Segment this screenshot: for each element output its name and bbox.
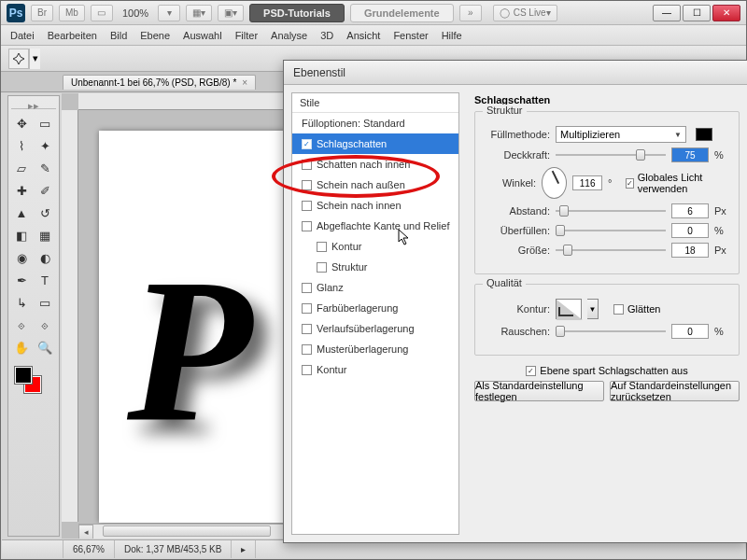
window-close-button[interactable]: ✕ (712, 5, 740, 21)
shape-tool-icon[interactable]: ▭ (35, 292, 55, 313)
document-tab[interactable]: Unbenannt-1 bei 66,7% (PSD, RGB/8) * × (63, 75, 256, 90)
blur-tool-icon[interactable]: ◉ (11, 247, 32, 268)
status-zoom[interactable]: 66,67% (63, 540, 115, 558)
scroll-thumb[interactable] (103, 525, 271, 537)
history-brush-tool-icon[interactable]: ↺ (35, 203, 55, 223)
workspace-tutorials[interactable]: PSD-Tutorials (249, 4, 345, 22)
bridge-icon[interactable]: Br (31, 5, 53, 21)
menu-ebene[interactable]: Ebene (140, 30, 170, 41)
menu-ansicht[interactable]: Ansicht (346, 30, 380, 41)
marquee-tool-icon[interactable]: ▭ (35, 113, 55, 133)
3d-tool-icon[interactable]: ⟐ (11, 315, 32, 335)
status-arrow-icon[interactable]: ▸ (232, 540, 256, 558)
distance-value[interactable]: 6 (671, 203, 709, 218)
style-checkbox[interactable] (302, 344, 312, 355)
zoom-dropdown[interactable]: ▾ (158, 5, 180, 21)
menu-analyse[interactable]: Analyse (271, 30, 307, 41)
lasso-tool-icon[interactable]: ⌇ (11, 135, 32, 156)
window-maximize-button[interactable]: ☐ (683, 5, 711, 21)
brush-tool-icon[interactable]: ✐ (35, 180, 55, 201)
tool-preset-dropdown[interactable]: ▾ (29, 49, 40, 69)
path-tool-icon[interactable]: ↳ (11, 292, 32, 313)
style-item-11[interactable]: Musterüberlagerung (292, 339, 458, 359)
move-tool-icon[interactable]: ✥ (11, 113, 32, 133)
cslive-button[interactable]: ◯ CS Live ▾ (493, 5, 557, 21)
viewmode-icon[interactable]: ▭ (91, 5, 113, 21)
style-checkbox[interactable] (302, 365, 312, 375)
antialias-checkbox[interactable]: Glätten (613, 303, 660, 315)
eraser-tool-icon[interactable]: ◧ (11, 225, 32, 245)
noise-slider[interactable] (556, 325, 666, 338)
pen-tool-icon[interactable]: ✒ (11, 270, 32, 290)
shadow-color-swatch[interactable] (696, 128, 712, 141)
style-item-4[interactable]: Schein nach innen (292, 195, 458, 216)
contour-picker[interactable] (556, 299, 582, 319)
dialog-title[interactable]: Ebenenstil (284, 61, 747, 85)
style-item-5[interactable]: Abgeflachte Kante und Relief (292, 216, 458, 236)
angle-value[interactable]: 116 (572, 175, 602, 190)
make-default-button[interactable]: Als Standardeinstellung festlegen (474, 381, 604, 401)
style-item-8[interactable]: Glanz (292, 277, 458, 298)
style-checkbox[interactable] (302, 303, 312, 314)
status-docinfo[interactable]: Dok: 1,37 MB/453,5 KB (115, 540, 233, 558)
contour-dropdown[interactable]: ▼ (587, 299, 599, 319)
heal-tool-icon[interactable]: ✚ (11, 180, 32, 201)
zoom-level[interactable]: 100% (119, 7, 152, 19)
dodge-tool-icon[interactable]: ◐ (35, 247, 55, 268)
style-checkbox[interactable] (302, 221, 312, 231)
style-item-9[interactable]: Farbüberlagerung (292, 298, 458, 318)
zoom-tool-icon[interactable]: 🔍 (35, 337, 55, 357)
menu-auswahl[interactable]: Auswahl (183, 30, 222, 41)
style-item-7[interactable]: Struktur (292, 257, 458, 277)
style-checkbox[interactable] (317, 262, 327, 273)
style-checkbox[interactable] (302, 201, 312, 211)
color-swatches[interactable] (11, 365, 56, 399)
size-slider[interactable] (556, 244, 666, 257)
style-item-6[interactable]: Kontur (292, 236, 458, 257)
style-checkbox[interactable] (302, 324, 312, 334)
minibridge-icon[interactable]: Mb (59, 5, 85, 21)
style-checkbox[interactable] (302, 160, 312, 170)
workspace-grundelemente[interactable]: Grundelemente (350, 4, 454, 22)
menu-filter[interactable]: Filter (235, 30, 258, 41)
arrange-icon[interactable]: ▦▾ (186, 5, 212, 21)
style-checkbox[interactable] (302, 180, 312, 190)
angle-dial[interactable] (542, 167, 567, 199)
window-minimize-button[interactable]: — (653, 5, 681, 21)
3dcam-tool-icon[interactable]: ⟐ (35, 315, 55, 335)
hand-tool-icon[interactable]: ✋ (11, 337, 32, 357)
style-item-1[interactable]: ✓Schlagschatten (292, 133, 458, 154)
style-checkbox[interactable] (302, 283, 312, 293)
menu-fenster[interactable]: Fenster (393, 30, 428, 41)
knockout-checkbox[interactable]: ✓Ebene spart Schlagschatten aus (526, 365, 687, 376)
opacity-slider[interactable] (556, 148, 666, 161)
blendmode-combo[interactable]: Multiplizieren▼ (556, 126, 686, 143)
stamp-tool-icon[interactable]: ▲ (11, 203, 32, 223)
screenmode-icon[interactable]: ▣▾ (218, 5, 244, 21)
workspace-more[interactable]: » (459, 5, 482, 21)
fg-color-swatch[interactable] (15, 367, 32, 384)
menu-3d[interactable]: 3D (320, 30, 333, 41)
style-item-0[interactable]: Fülloptionen: Standard (292, 113, 458, 133)
style-item-2[interactable]: Schatten nach innen (292, 154, 458, 175)
crop-tool-icon[interactable]: ▱ (11, 158, 32, 178)
spread-slider[interactable] (556, 224, 666, 237)
size-value[interactable]: 18 (671, 243, 709, 258)
distance-slider[interactable] (556, 204, 666, 217)
opacity-value[interactable]: 75 (671, 147, 709, 162)
global-light-checkbox[interactable]: ✓Globales Licht verwenden (626, 172, 729, 194)
gradient-tool-icon[interactable]: ▦ (35, 225, 55, 245)
menu-datei[interactable]: Datei (10, 30, 35, 41)
scroll-left-button[interactable]: ◂ (78, 525, 93, 539)
menu-hilfe[interactable]: Hilfe (442, 30, 462, 41)
menu-bearbeiten[interactable]: Bearbeiten (48, 30, 97, 41)
style-item-3[interactable]: Schein nach außen (292, 175, 458, 195)
eyedropper-tool-icon[interactable]: ✎ (35, 158, 55, 178)
ruler-vertical[interactable] (62, 110, 78, 522)
style-checkbox[interactable] (317, 242, 327, 252)
style-item-12[interactable]: Kontur (292, 359, 458, 380)
noise-value[interactable]: 0 (671, 324, 709, 339)
current-tool-icon[interactable] (8, 49, 29, 69)
wand-tool-icon[interactable]: ✦ (35, 135, 55, 156)
spread-value[interactable]: 0 (671, 223, 709, 238)
